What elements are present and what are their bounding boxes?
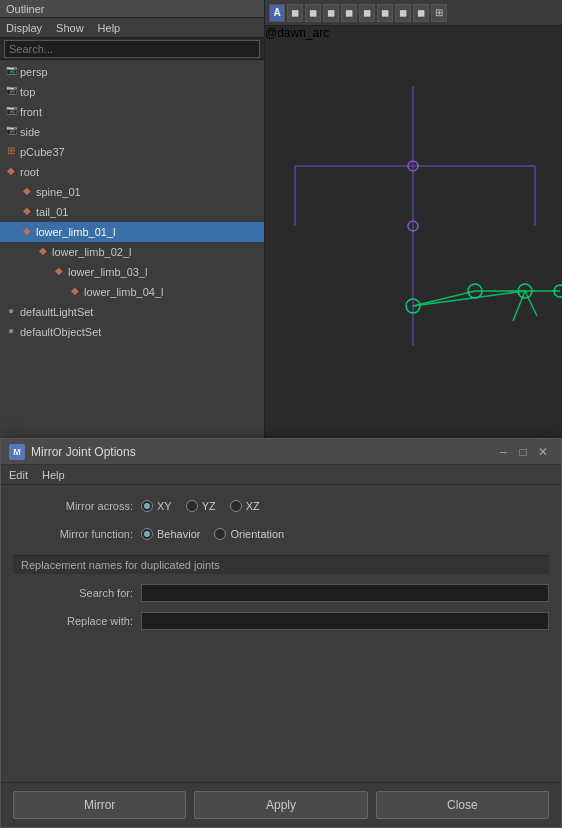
dialog-minimize-button[interactable]: – (493, 443, 513, 461)
replace-with-label: Replace with: (13, 615, 133, 627)
vp-btn-a[interactable]: A (269, 4, 285, 22)
vp-btn-7[interactable]: ◼ (395, 4, 411, 22)
vp-btn-2[interactable]: ◼ (305, 4, 321, 22)
dialog-menubar: Edit Help (1, 465, 561, 485)
outliner-tree: 📷 persp📷 top📷 front📷 side ⊞ pCube37 ◆ ro… (0, 60, 264, 450)
outliner-menu-show[interactable]: Show (56, 22, 84, 34)
tree-label-pCube37: pCube37 (20, 146, 65, 158)
tree-label-lower_limb_04_l: lower_limb_04_l (84, 286, 164, 298)
outliner-search-bar (0, 38, 264, 60)
search-input[interactable] (4, 40, 260, 58)
vp-btn-6[interactable]: ◼ (377, 4, 393, 22)
tree-item-lower_limb_02_l[interactable]: ◆ lower_limb_02_l (0, 242, 264, 262)
tree-label-spine_01: spine_01 (36, 186, 81, 198)
mirror-button[interactable]: Mirror (13, 791, 186, 819)
radio-xz-indicator (230, 500, 242, 512)
tree-icon-lower_limb_01_l: ◆ (20, 225, 34, 239)
mirror-function-options: Behavior Orientation (141, 528, 284, 540)
tree-item-tail_01[interactable]: ◆ tail_01 (0, 202, 264, 222)
tree-label-top: top (20, 86, 35, 98)
tree-icon-tail_01: ◆ (20, 205, 34, 219)
tree-label-lower_limb_03_l: lower_limb_03_l (68, 266, 148, 278)
tree-icon-spine_01: ◆ (20, 185, 34, 199)
replace-with-input[interactable] (141, 612, 549, 630)
vp-btn-4[interactable]: ◼ (341, 4, 357, 22)
tree-item-top[interactable]: 📷 top (0, 82, 264, 102)
vp-btn-5[interactable]: ◼ (359, 4, 375, 22)
outliner-menu-display[interactable]: Display (6, 22, 42, 34)
dialog-maximize-button[interactable]: □ (513, 443, 533, 461)
mirror-joint-dialog: M Mirror Joint Options – □ ✕ Edit Help M… (0, 438, 562, 828)
tree-icon-lower_limb_04_l: ◆ (68, 285, 82, 299)
tree-icon-root: ◆ (4, 165, 18, 179)
dialog-menu-help[interactable]: Help (42, 469, 65, 481)
search-for-label: Search for: (13, 587, 133, 599)
radio-yz-indicator (186, 500, 198, 512)
vp-btn-8[interactable]: ◼ (413, 4, 429, 22)
outliner-menubar: Display Show Help (0, 18, 264, 38)
tree-item-front[interactable]: 📷 front (0, 102, 264, 122)
outliner-title: Outliner (6, 3, 45, 15)
tree-item-spine_01[interactable]: ◆ spine_01 (0, 182, 264, 202)
tree-item-lower_limb_04_l[interactable]: ◆ lower_limb_04_l (0, 282, 264, 302)
search-for-input[interactable] (141, 584, 549, 602)
mirror-function-label: Mirror function: (13, 528, 133, 540)
close-button[interactable]: Close (376, 791, 549, 819)
tree-item-defaultObjectSet[interactable]: ● defaultObjectSet (0, 322, 264, 342)
apply-button[interactable]: Apply (194, 791, 367, 819)
tree-item-lower_limb_03_l[interactable]: ◆ lower_limb_03_l (0, 262, 264, 282)
tree-label-lower_limb_02_l: lower_limb_02_l (52, 246, 132, 258)
mirror-function-behavior[interactable]: Behavior (141, 528, 200, 540)
dialog-close-button[interactable]: ✕ (533, 443, 553, 461)
tree-cam-icon-top: 📷 (4, 85, 18, 99)
vp-btn-3[interactable]: ◼ (323, 4, 339, 22)
tree-icon-defaultLightSet: ● (4, 305, 18, 319)
tree-item-pCube37[interactable]: ⊞ pCube37 (0, 142, 264, 162)
mirror-across-xy[interactable]: XY (141, 500, 172, 512)
mirror-across-yz[interactable]: YZ (186, 500, 216, 512)
mirror-function-orientation[interactable]: Orientation (214, 528, 284, 540)
tree-cam-icon-persp: 📷 (4, 65, 18, 79)
tree-item-side[interactable]: 📷 side (0, 122, 264, 142)
tree-label-front: front (20, 106, 42, 118)
tree-item-persp[interactable]: 📷 persp (0, 62, 264, 82)
mirror-across-xz[interactable]: XZ (230, 500, 260, 512)
tree-label-tail_01: tail_01 (36, 206, 68, 218)
tree-icon-lower_limb_03_l: ◆ (52, 265, 66, 279)
outliner-titlebar: Outliner (0, 0, 264, 18)
rig-visualization (265, 26, 562, 450)
search-for-row: Search for: (13, 582, 549, 604)
tree-label-side: side (20, 126, 40, 138)
tree-label-lower_limb_01_l: lower_limb_01_l (36, 226, 116, 238)
replacement-section-label: Replacement names for duplicated joints (13, 555, 549, 574)
dialog-content: Mirror across: XY YZ XZ Mirror function: (1, 485, 561, 782)
tree-label-root: root (20, 166, 39, 178)
vp-btn-1[interactable]: ◼ (287, 4, 303, 22)
tree-label-persp: persp (20, 66, 48, 78)
radio-orientation-indicator (214, 528, 226, 540)
tree-label-defaultObjectSet: defaultObjectSet (20, 326, 101, 338)
tree-item-defaultLightSet[interactable]: ● defaultLightSet (0, 302, 264, 322)
tree-cam-icon-front: 📷 (4, 105, 18, 119)
mirror-across-options: XY YZ XZ (141, 500, 260, 512)
tree-cam-icon-side: 📷 (4, 125, 18, 139)
radio-behavior-indicator (141, 528, 153, 540)
tree-icon-pCube37: ⊞ (4, 145, 18, 159)
tree-icon-lower_limb_02_l: ◆ (36, 245, 50, 259)
outliner-panel: Outliner Display Show Help 📷 persp📷 top📷… (0, 0, 265, 450)
tree-label-defaultLightSet: defaultLightSet (20, 306, 93, 318)
tree-item-root[interactable]: ◆ root (0, 162, 264, 182)
outliner-menu-help[interactable]: Help (98, 22, 121, 34)
viewport-panel: A ◼ ◼ ◼ ◼ ◼ ◼ ◼ ◼ ⊞ @dawn_arc (265, 0, 562, 450)
tree-icon-defaultObjectSet: ● (4, 325, 18, 339)
dialog-footer: Mirror Apply Close (1, 782, 561, 827)
tree-item-lower_limb_01_l[interactable]: ◆ lower_limb_01_l (0, 222, 264, 242)
dialog-titlebar: M Mirror Joint Options – □ ✕ (1, 439, 561, 465)
vp-btn-9[interactable]: ⊞ (431, 4, 447, 22)
replace-with-row: Replace with: (13, 610, 549, 632)
viewport-canvas[interactable]: @dawn_arc (265, 26, 562, 450)
mirror-function-row: Mirror function: Behavior Orientation (13, 523, 549, 545)
dialog-title: Mirror Joint Options (31, 445, 493, 459)
dialog-menu-edit[interactable]: Edit (9, 469, 28, 481)
mirror-across-label: Mirror across: (13, 500, 133, 512)
